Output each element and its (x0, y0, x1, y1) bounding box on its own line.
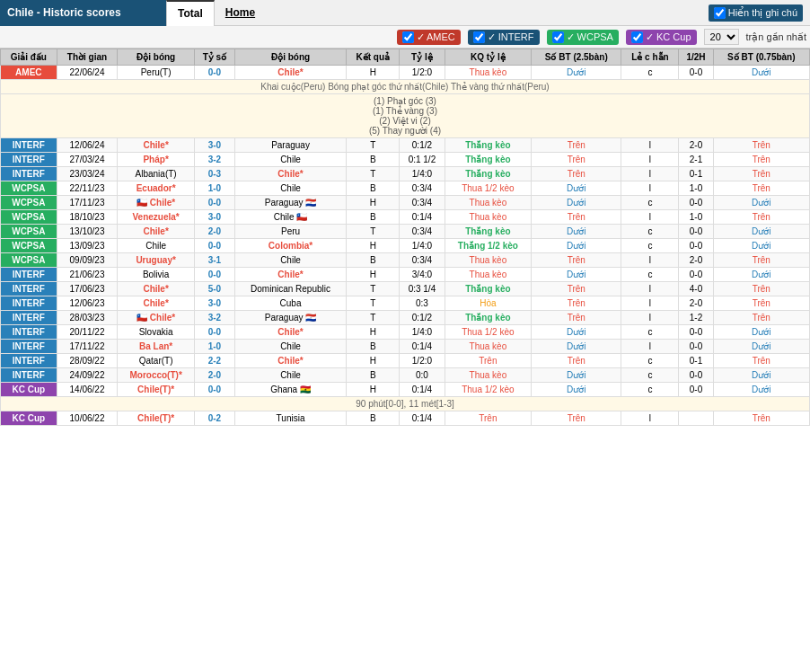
cell-half: 1-2 (679, 311, 713, 325)
cell-team1: Chile* (118, 296, 195, 311)
show-notes-checkbox[interactable]: Hiển thị ghi chú (709, 4, 803, 22)
cell-team1: Chile* (118, 225, 195, 239)
cell-score[interactable]: 5-0 (194, 282, 234, 296)
cell-score[interactable]: 3-2 (194, 311, 234, 325)
cell-kq-ratio: Thắng kèo (445, 311, 532, 325)
cell-so-bt: Dưới (532, 196, 621, 210)
cell-competition: WCPSA (1, 253, 57, 268)
cell-ratio: 0:1/4 (400, 411, 445, 426)
interf-checkbox[interactable] (473, 31, 485, 43)
cell-half: 0-0 (679, 383, 713, 397)
kccup-checkbox[interactable] (631, 31, 643, 43)
filter-wcpsa[interactable]: ✓ WCPSA (547, 30, 619, 45)
cell-score[interactable]: 0-0 (194, 196, 234, 210)
cell-score[interactable]: 2-0 (194, 368, 234, 383)
scores-table: Giải đấu Thời gian Đội bóng Tỷ số Đội bó… (0, 49, 810, 426)
cell-ratio: 1/2:0 (400, 354, 445, 368)
cell-date: 27/03/24 (57, 153, 118, 167)
col-le-chan: Lẻ c hẫn (621, 49, 679, 66)
cell-score[interactable]: 2-2 (194, 354, 234, 368)
cell-so-bt: Trên (532, 282, 621, 296)
cell-so-bt2: Trên (713, 296, 809, 311)
tab-home[interactable]: Home (215, 0, 266, 26)
cell-competition: KC Cup (1, 411, 57, 426)
cell-score[interactable]: 3-0 (194, 210, 234, 225)
cell-date: 12/06/24 (57, 138, 118, 153)
cell-so-bt: Dưới (532, 66, 621, 80)
cell-score[interactable]: 0-2 (194, 411, 234, 426)
cell-competition: INTERF (1, 282, 57, 296)
cell-score[interactable]: 0-0 (194, 66, 234, 80)
cell-result: B (347, 181, 400, 196)
cell-kq-ratio: Thua kèo (445, 368, 532, 383)
cell-score[interactable]: 3-0 (194, 138, 234, 153)
cell-date: 17/11/22 (57, 340, 118, 354)
cell-team1: Morocco(T)* (118, 368, 195, 383)
cell-competition: INTERF (1, 153, 57, 167)
cell-team2: Dominican Republic (234, 282, 346, 296)
cell-competition: WCPSA (1, 225, 57, 239)
filter-interf[interactable]: ✓ INTERF (468, 30, 540, 45)
cell-team2: Paraguay (234, 138, 346, 153)
cell-ratio: 0:3 (400, 296, 445, 311)
col-date: Thời gian (57, 49, 118, 66)
cell-team2: Paraguay 🇵🇾 (234, 196, 346, 210)
cell-score[interactable]: 3-2 (194, 153, 234, 167)
interf-label: ✓ INTERF (488, 31, 534, 43)
cell-score[interactable]: 1-0 (194, 340, 234, 354)
cell-score[interactable]: 0-0 (194, 325, 234, 340)
cell-le-chan: l (621, 153, 679, 167)
cell-so-bt: Dưới (532, 268, 621, 282)
filter-kccup[interactable]: ✓ KC Cup (626, 30, 697, 45)
amec-checkbox[interactable] (402, 31, 414, 43)
cell-half: 0-0 (679, 225, 713, 239)
notes-checkbox-input[interactable] (714, 7, 726, 19)
cell-score[interactable]: 3-0 (194, 296, 234, 311)
table-row: INTERF 28/09/22 Qatar(T) 2-2 Chile* H 1/… (1, 354, 810, 368)
cell-competition: INTERF (1, 354, 57, 368)
cell-kq-ratio: Thua kèo (445, 253, 532, 268)
cell-score[interactable]: 1-0 (194, 181, 234, 196)
cell-so-bt: Trên (532, 153, 621, 167)
cell-ratio: 0:3/4 (400, 253, 445, 268)
tab-total[interactable]: Total (166, 0, 215, 26)
rows-per-page-select[interactable]: 20 5 10 50 All (704, 29, 739, 45)
cell-score[interactable]: 0-0 (194, 268, 234, 282)
cell-so-bt2: Dưới (713, 383, 809, 397)
cell-score[interactable]: 3-1 (194, 253, 234, 268)
table-row: INTERF 12/06/23 Chile* 3-0 Cuba T 0:3 Hò… (1, 296, 810, 311)
cell-so-bt: Trên (532, 253, 621, 268)
header-tabs: Total Home (166, 0, 266, 26)
cell-competition: INTERF (1, 138, 57, 153)
cell-team2: Chile* (234, 268, 346, 282)
wcpsa-checkbox[interactable] (552, 31, 564, 43)
filter-amec[interactable]: ✓ AMEC (397, 30, 461, 45)
table-row: INTERF 27/03/24 Pháp* 3-2 Chile B 0:1 1/… (1, 153, 810, 167)
cell-date: 10/06/22 (57, 411, 118, 426)
cell-le-chan: l (621, 282, 679, 296)
cell-half: 1-0 (679, 181, 713, 196)
cell-team1: Bolivia (118, 268, 195, 282)
cell-so-bt2: Trên (713, 167, 809, 181)
cell-so-bt: Trên (532, 167, 621, 181)
cell-score[interactable]: 0-0 (194, 383, 234, 397)
cell-team1: Ba Lan* (118, 340, 195, 354)
table-row: WCPSA 18/10/23 Venezuela* 3-0 Chile 🇨🇱 B… (1, 210, 810, 225)
cell-result: B (347, 411, 400, 426)
cell-result: B (347, 153, 400, 167)
cell-ratio: 0:1/2 (400, 138, 445, 153)
cell-team2: Cuba (234, 296, 346, 311)
cell-competition: WCPSA (1, 239, 57, 253)
cell-team1: Qatar(T) (118, 354, 195, 368)
cell-ratio: 1/4:0 (400, 167, 445, 181)
cell-so-bt: Dưới (532, 181, 621, 196)
cell-ratio: 0:3/4 (400, 196, 445, 210)
cell-score[interactable]: 0-3 (194, 167, 234, 181)
cell-half: 0-0 (679, 268, 713, 282)
cell-team1: Ecuador* (118, 181, 195, 196)
cell-half: 2-0 (679, 253, 713, 268)
cell-le-chan: l (621, 340, 679, 354)
cell-kq-ratio: Thua kèo (445, 66, 532, 80)
cell-score[interactable]: 2-0 (194, 225, 234, 239)
cell-score[interactable]: 0-0 (194, 239, 234, 253)
